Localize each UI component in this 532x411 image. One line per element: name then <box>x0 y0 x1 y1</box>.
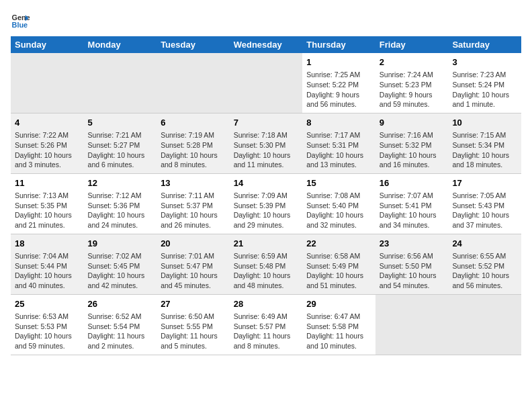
cell-2-2: 5Sunrise: 7:21 AMSunset: 5:27 PMDaylight… <box>84 113 157 173</box>
day-number: 7 <box>234 117 299 129</box>
day-number: 22 <box>306 238 371 250</box>
week-row-5: 25Sunrise: 6:53 AMSunset: 5:53 PMDayligh… <box>11 294 521 355</box>
day-info: Sunrise: 7:05 AMSunset: 5:43 PMDaylight:… <box>452 191 517 230</box>
cell-3-4: 14Sunrise: 7:09 AMSunset: 5:39 PMDayligh… <box>230 173 303 234</box>
cell-1-4 <box>230 53 303 113</box>
cell-2-1: 4Sunrise: 7:22 AMSunset: 5:26 PMDaylight… <box>11 113 84 173</box>
day-info: Sunrise: 7:22 AMSunset: 5:26 PMDaylight:… <box>15 130 80 170</box>
day-info: Sunrise: 7:12 AMSunset: 5:36 PMDaylight:… <box>88 191 153 230</box>
day-info: Sunrise: 7:07 AMSunset: 5:41 PMDaylight:… <box>380 191 445 230</box>
cell-1-3 <box>157 53 230 113</box>
cell-1-5: 1Sunrise: 7:25 AMSunset: 5:22 PMDaylight… <box>302 53 375 113</box>
header-thursday: Thursday <box>302 36 375 53</box>
day-number: 14 <box>234 177 299 189</box>
day-number: 18 <box>15 238 80 250</box>
day-number: 11 <box>15 177 80 189</box>
cell-2-6: 9Sunrise: 7:16 AMSunset: 5:32 PMDaylight… <box>375 113 449 173</box>
day-number: 17 <box>452 177 517 189</box>
cell-2-7: 10Sunrise: 7:15 AMSunset: 5:34 PMDayligh… <box>448 113 521 173</box>
cell-3-7: 17Sunrise: 7:05 AMSunset: 5:43 PMDayligh… <box>448 173 521 234</box>
logo-icon: General Blue <box>11 11 30 30</box>
day-number: 12 <box>88 177 153 189</box>
day-info: Sunrise: 6:56 AMSunset: 5:50 PMDaylight:… <box>380 251 445 291</box>
day-info: Sunrise: 6:58 AMSunset: 5:49 PMDaylight:… <box>306 251 371 291</box>
cell-2-5: 8Sunrise: 7:17 AMSunset: 5:31 PMDaylight… <box>302 113 375 173</box>
week-row-3: 11Sunrise: 7:13 AMSunset: 5:35 PMDayligh… <box>11 173 521 234</box>
day-info: Sunrise: 7:19 AMSunset: 5:28 PMDaylight:… <box>161 130 226 170</box>
cell-5-1: 25Sunrise: 6:53 AMSunset: 5:53 PMDayligh… <box>11 294 84 355</box>
calendar-table: SundayMondayTuesdayWednesdayThursdayFrid… <box>11 36 521 355</box>
day-info: Sunrise: 6:53 AMSunset: 5:53 PMDaylight:… <box>15 312 80 351</box>
day-number: 23 <box>380 238 445 250</box>
cell-4-3: 20Sunrise: 7:01 AMSunset: 5:47 PMDayligh… <box>157 234 230 294</box>
day-number: 25 <box>15 298 80 310</box>
day-info: Sunrise: 7:24 AMSunset: 5:23 PMDaylight:… <box>380 70 445 109</box>
cell-5-7 <box>448 294 521 355</box>
cell-1-7: 3Sunrise: 7:23 AMSunset: 5:24 PMDaylight… <box>448 53 521 113</box>
cell-3-6: 16Sunrise: 7:07 AMSunset: 5:41 PMDayligh… <box>375 173 449 234</box>
cell-2-3: 6Sunrise: 7:19 AMSunset: 5:28 PMDaylight… <box>157 113 230 173</box>
day-info: Sunrise: 7:23 AMSunset: 5:24 PMDaylight:… <box>452 70 517 109</box>
day-info: Sunrise: 6:52 AMSunset: 5:54 PMDaylight:… <box>88 312 153 351</box>
svg-text:Blue: Blue <box>12 21 28 29</box>
cell-2-4: 7Sunrise: 7:18 AMSunset: 5:30 PMDaylight… <box>230 113 303 173</box>
cell-3-2: 12Sunrise: 7:12 AMSunset: 5:36 PMDayligh… <box>84 173 157 234</box>
cell-4-7: 24Sunrise: 6:55 AMSunset: 5:52 PMDayligh… <box>448 234 521 294</box>
day-info: Sunrise: 7:08 AMSunset: 5:40 PMDaylight:… <box>306 191 371 230</box>
day-number: 24 <box>452 238 517 250</box>
day-info: Sunrise: 7:11 AMSunset: 5:37 PMDaylight:… <box>161 191 226 230</box>
day-number: 28 <box>234 298 299 310</box>
day-info: Sunrise: 7:09 AMSunset: 5:39 PMDaylight:… <box>234 191 299 230</box>
week-row-2: 4Sunrise: 7:22 AMSunset: 5:26 PMDaylight… <box>11 113 521 173</box>
cell-4-2: 19Sunrise: 7:02 AMSunset: 5:45 PMDayligh… <box>84 234 157 294</box>
day-info: Sunrise: 6:55 AMSunset: 5:52 PMDaylight:… <box>452 251 517 291</box>
day-info: Sunrise: 7:25 AMSunset: 5:22 PMDaylight:… <box>306 70 371 109</box>
day-info: Sunrise: 7:21 AMSunset: 5:27 PMDaylight:… <box>88 130 153 170</box>
cell-5-5: 29Sunrise: 6:47 AMSunset: 5:58 PMDayligh… <box>302 294 375 355</box>
day-number: 29 <box>306 298 371 310</box>
header-friday: Friday <box>375 36 449 53</box>
day-info: Sunrise: 7:16 AMSunset: 5:32 PMDaylight:… <box>380 130 445 170</box>
day-number: 19 <box>88 238 153 250</box>
day-info: Sunrise: 6:47 AMSunset: 5:58 PMDaylight:… <box>306 312 371 351</box>
day-number: 6 <box>161 117 226 129</box>
week-row-4: 18Sunrise: 7:04 AMSunset: 5:44 PMDayligh… <box>11 234 521 294</box>
cell-4-5: 22Sunrise: 6:58 AMSunset: 5:49 PMDayligh… <box>302 234 375 294</box>
cell-4-1: 18Sunrise: 7:04 AMSunset: 5:44 PMDayligh… <box>11 234 84 294</box>
cell-3-5: 15Sunrise: 7:08 AMSunset: 5:40 PMDayligh… <box>302 173 375 234</box>
header-sunday: Sunday <box>11 36 84 53</box>
day-info: Sunrise: 7:13 AMSunset: 5:35 PMDaylight:… <box>15 191 80 230</box>
week-row-1: 1Sunrise: 7:25 AMSunset: 5:22 PMDaylight… <box>11 53 521 113</box>
day-number: 5 <box>88 117 153 129</box>
day-info: Sunrise: 7:15 AMSunset: 5:34 PMDaylight:… <box>452 130 517 170</box>
day-info: Sunrise: 6:59 AMSunset: 5:48 PMDaylight:… <box>234 251 299 291</box>
cell-5-4: 28Sunrise: 6:49 AMSunset: 5:57 PMDayligh… <box>230 294 303 355</box>
day-number: 27 <box>161 298 226 310</box>
cell-4-6: 23Sunrise: 6:56 AMSunset: 5:50 PMDayligh… <box>375 234 449 294</box>
header-monday: Monday <box>84 36 157 53</box>
day-number: 3 <box>452 56 517 68</box>
cell-4-4: 21Sunrise: 6:59 AMSunset: 5:48 PMDayligh… <box>230 234 303 294</box>
cell-3-3: 13Sunrise: 7:11 AMSunset: 5:37 PMDayligh… <box>157 173 230 234</box>
cell-5-3: 27Sunrise: 6:50 AMSunset: 5:55 PMDayligh… <box>157 294 230 355</box>
day-info: Sunrise: 7:04 AMSunset: 5:44 PMDaylight:… <box>15 251 80 291</box>
cell-1-1 <box>11 53 84 113</box>
day-number: 2 <box>380 56 445 68</box>
day-number: 1 <box>306 56 371 68</box>
day-number: 16 <box>380 177 445 189</box>
day-info: Sunrise: 7:17 AMSunset: 5:31 PMDaylight:… <box>306 130 371 170</box>
day-number: 13 <box>161 177 226 189</box>
header-tuesday: Tuesday <box>157 36 230 53</box>
day-info: Sunrise: 6:49 AMSunset: 5:57 PMDaylight:… <box>234 312 299 351</box>
cell-3-1: 11Sunrise: 7:13 AMSunset: 5:35 PMDayligh… <box>11 173 84 234</box>
logo: General Blue <box>11 11 32 30</box>
cell-1-2 <box>84 53 157 113</box>
day-number: 26 <box>88 298 153 310</box>
day-info: Sunrise: 7:18 AMSunset: 5:30 PMDaylight:… <box>234 130 299 170</box>
header-saturday: Saturday <box>448 36 521 53</box>
day-info: Sunrise: 7:01 AMSunset: 5:47 PMDaylight:… <box>161 251 226 291</box>
day-number: 20 <box>161 238 226 250</box>
day-info: Sunrise: 6:50 AMSunset: 5:55 PMDaylight:… <box>161 312 226 351</box>
day-number: 15 <box>306 177 371 189</box>
cell-5-2: 26Sunrise: 6:52 AMSunset: 5:54 PMDayligh… <box>84 294 157 355</box>
